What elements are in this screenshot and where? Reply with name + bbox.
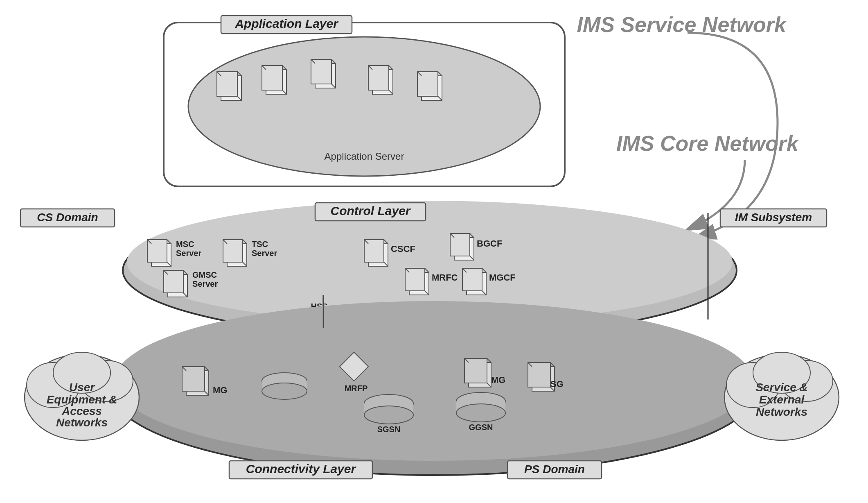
svg-line-65 [384,240,388,244]
svg-point-108 [364,406,413,424]
svg-text:CSCF: CSCF [391,244,415,254]
svg-rect-63 [364,240,384,262]
svg-line-77 [425,268,429,272]
svg-rect-74 [409,272,429,295]
svg-line-11 [237,72,241,76]
svg-point-128 [80,360,133,401]
svg-text:Networks: Networks [756,406,807,418]
svg-rect-4 [221,16,352,34]
svg-line-15 [262,66,266,70]
svg-line-21 [331,59,336,63]
svg-text:SG: SG [550,379,564,389]
svg-line-10 [217,72,221,76]
svg-rect-24 [368,66,389,90]
svg-line-43 [147,240,151,244]
svg-text:Service &: Service & [755,381,808,394]
svg-rect-75 [405,268,425,291]
svg-rect-93 [507,461,602,479]
svg-text:GMSC: GMSC [192,270,217,279]
svg-rect-19 [311,59,331,84]
svg-text:TSC: TSC [252,240,268,249]
svg-line-118 [528,363,532,367]
svg-rect-29 [417,72,438,96]
svg-line-112 [464,358,469,363]
svg-line-51 [243,240,247,244]
svg-line-30 [417,72,422,76]
svg-point-137 [753,352,810,393]
svg-rect-41 [151,244,171,266]
svg-line-22 [331,84,336,88]
svg-rect-96 [182,367,205,391]
svg-line-20 [311,59,315,63]
svg-point-126 [25,354,139,440]
svg-rect-13 [266,70,286,94]
svg-line-17 [282,90,286,94]
svg-text:User: User [69,381,95,394]
svg-line-32 [438,96,442,100]
svg-point-90 [115,301,753,461]
svg-rect-111 [464,358,487,383]
svg-point-6 [188,37,540,176]
svg-point-127 [27,363,80,408]
svg-text:Access: Access [61,405,102,417]
svg-line-16 [282,66,286,70]
svg-rect-0 [0,0,868,503]
svg-rect-81 [462,268,482,291]
svg-rect-18 [315,63,336,88]
svg-line-120 [550,387,555,391]
svg-line-44 [167,240,171,244]
svg-line-71 [470,233,474,238]
svg-rect-80 [467,272,486,295]
svg-rect-68 [454,238,474,260]
svg-text:SGSN: SGSN [377,425,401,434]
svg-rect-28 [422,76,442,100]
svg-text:Equipment &: Equipment & [47,393,117,406]
svg-rect-110 [469,363,491,387]
svg-text:Application Layer: Application Layer [234,17,339,30]
svg-rect-102 [262,381,307,391]
svg-line-82 [462,268,467,272]
svg-point-122 [456,392,505,410]
svg-line-27 [389,90,393,94]
svg-line-113 [487,358,491,363]
svg-text:MG: MG [213,385,227,395]
svg-text:MGCF: MGCF [489,272,516,283]
svg-text:Server: Server [252,249,277,258]
svg-line-26 [389,66,393,70]
svg-text:Connectivity Layer: Connectivity Layer [246,462,357,476]
svg-line-31 [438,72,442,76]
svg-text:External: External [759,393,805,406]
svg-point-134 [724,354,839,440]
diagram-svg: Application Layer Application Server [0,0,868,503]
svg-line-70 [450,233,454,238]
svg-point-33 [123,203,737,338]
svg-line-99 [205,391,209,395]
svg-rect-23 [372,70,393,94]
svg-line-84 [482,291,486,295]
svg-line-78 [425,291,429,295]
svg-line-57 [164,270,168,274]
svg-line-119 [550,363,555,367]
svg-rect-42 [147,240,167,262]
svg-text:BGCF: BGCF [477,238,502,249]
svg-line-83 [482,268,486,272]
svg-text:CS Domain: CS Domain [37,211,98,224]
svg-point-129 [53,352,110,393]
svg-rect-35 [315,203,426,221]
svg-line-25 [368,66,372,70]
svg-rect-107 [364,403,413,415]
svg-rect-91 [229,461,372,479]
svg-point-89 [110,303,757,475]
svg-rect-95 [186,371,209,395]
svg-line-97 [182,367,186,371]
ims-core-network-label: IMS Core Network [616,131,798,156]
svg-text:MRFP: MRFP [345,384,368,393]
svg-line-114 [487,383,491,387]
svg-point-136 [780,360,833,401]
svg-point-103 [262,383,307,399]
svg-rect-117 [528,363,550,387]
svg-rect-3 [164,23,565,186]
svg-line-52 [243,262,247,266]
svg-text:/SLF: /SLF [310,311,328,320]
svg-line-45 [167,262,171,266]
